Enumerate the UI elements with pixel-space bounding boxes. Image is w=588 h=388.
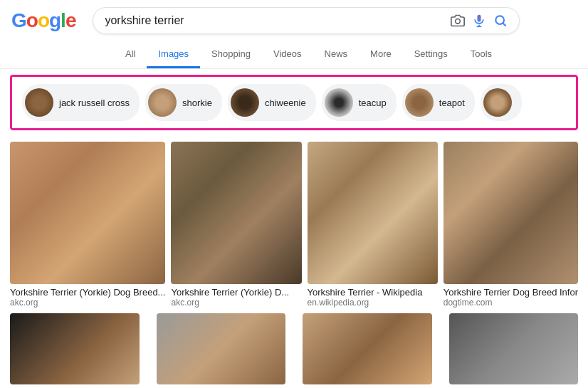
chip-label-shorkie: shorkie [182, 98, 212, 108]
tab-videos[interactable]: Videos [262, 41, 313, 68]
related-chip-teapot[interactable]: teapot [402, 84, 475, 121]
microphone-icon [472, 14, 486, 28]
search-input[interactable] [105, 14, 443, 27]
related-chip-extra[interactable] [481, 84, 522, 121]
related-chip-jack-russell[interactable]: jack russell cross [22, 84, 140, 121]
related-chips-row: jack russell cross shorkie chiweenie tea… [22, 84, 566, 121]
search-submit-button[interactable] [493, 14, 508, 28]
image-col-3: Yorkshire Terrier - Wikipedia en.wikiped… [308, 142, 438, 308]
image-card-4[interactable]: Yorkshire Terrier Dog Breed Infor dogtim… [443, 142, 578, 308]
chip-image-teacup [325, 88, 353, 117]
chip-image-teapot [405, 88, 434, 117]
image-title-1: Yorkshire Terrier (Yorkie) Dog Breed... [10, 287, 165, 298]
nav-tabs: All Images Shopping Videos News More Set… [0, 41, 588, 69]
image-source-1: akc.org [10, 298, 165, 308]
related-chip-chiweenie[interactable]: chiweenie [228, 84, 316, 121]
search-bar [93, 7, 520, 34]
image-col-2: Yorkshire Terrier (Yorkie) D... akc.org [171, 142, 301, 308]
image-source-3: en.wikipedia.org [308, 298, 438, 308]
image-thumbnail-4 [443, 142, 578, 284]
image-thumbnail-3 [308, 142, 438, 284]
tab-tools[interactable]: Tools [459, 41, 503, 68]
related-chip-teacup[interactable]: teacup [322, 84, 397, 121]
spacer3 [438, 313, 443, 384]
header: Google [0, 0, 588, 41]
related-chip-shorkie[interactable]: shorkie [145, 84, 222, 121]
tab-settings[interactable]: Settings [403, 41, 459, 68]
image-title-2: Yorkshire Terrier (Yorkie) D... [171, 287, 301, 298]
voice-search-button[interactable] [472, 14, 486, 28]
tab-news[interactable]: News [313, 41, 359, 68]
image-thumbnail-2 [171, 142, 301, 284]
bottom-image-row [0, 313, 588, 388]
spacer2 [291, 313, 297, 384]
tab-images[interactable]: Images [147, 41, 200, 68]
search-icons [451, 14, 508, 28]
image-title-3: Yorkshire Terrier - Wikipedia [308, 287, 438, 298]
chip-label-teapot: teapot [439, 98, 465, 108]
spacer [145, 313, 151, 384]
bottom-image-3[interactable] [303, 313, 432, 384]
image-col-1: Yorkshire Terrier (Yorkie) Dog Breed... … [10, 142, 165, 308]
chip-label-chiweenie: chiweenie [265, 98, 306, 108]
tab-shopping[interactable]: Shopping [200, 41, 262, 68]
image-card-2[interactable]: Yorkshire Terrier (Yorkie) D... akc.org [171, 142, 301, 308]
search-icon [493, 14, 508, 28]
svg-rect-2 [478, 15, 481, 20]
chip-image-shorkie [148, 88, 177, 117]
nav-settings: Settings Tools [403, 41, 503, 68]
chip-image-jack-russell [25, 88, 53, 117]
bottom-image-1[interactable] [10, 313, 140, 384]
chip-image-chiweenie [231, 88, 259, 117]
camera-search-button[interactable] [451, 14, 465, 28]
image-col-4: Yorkshire Terrier Dog Breed Infor dogtim… [443, 142, 578, 308]
bottom-image-2[interactable] [157, 313, 286, 384]
chip-image-extra [483, 88, 512, 117]
camera-icon [451, 14, 465, 28]
svg-point-0 [456, 19, 461, 24]
google-logo: Google [11, 9, 75, 32]
tab-more[interactable]: More [359, 41, 403, 68]
bottom-image-4[interactable] [449, 313, 579, 384]
image-source-4: dogtime.com [443, 298, 578, 308]
image-thumbnail-1 [10, 142, 165, 284]
image-card-3[interactable]: Yorkshire Terrier - Wikipedia en.wikiped… [308, 142, 438, 308]
image-grid: Yorkshire Terrier (Yorkie) Dog Breed... … [0, 136, 588, 313]
related-searches-section: jack russell cross shorkie chiweenie tea… [10, 75, 578, 130]
tab-all[interactable]: All [114, 41, 147, 68]
image-card-1[interactable]: Yorkshire Terrier (Yorkie) Dog Breed... … [10, 142, 165, 308]
chip-label-teacup: teacup [359, 98, 387, 108]
image-title-4: Yorkshire Terrier Dog Breed Infor [443, 287, 578, 298]
image-source-2: akc.org [171, 298, 301, 308]
chip-label-jack-russell: jack russell cross [59, 98, 130, 108]
